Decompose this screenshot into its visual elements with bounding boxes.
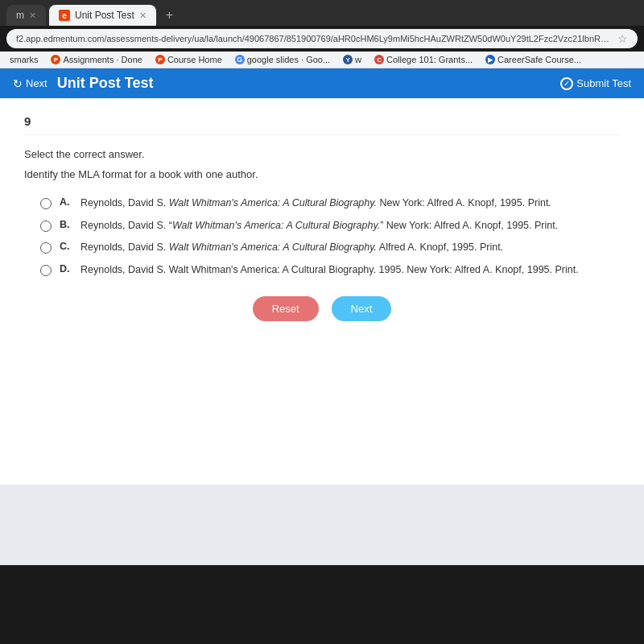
question-number: 9 [24,114,620,135]
submit-test-label: Submit Test [576,77,631,89]
bookmark-word-label: w [355,55,361,64]
bookmark-google-icon: G [235,55,245,64]
bookmark-college-label: College 101: Grants... [386,55,473,64]
bookmark-college[interactable]: C College 101: Grants... [371,54,476,65]
option-d-text: Reynolds, David S. Walt Whitman's Americ… [80,263,579,278]
option-c-label: C. [60,241,72,252]
option-b-label: B. [60,219,72,230]
radio-d[interactable] [40,265,52,276]
bookmark-smarks-label: smarks [10,55,38,64]
header-title: Unit Post Test [57,75,551,92]
option-a-label: A. [60,196,72,208]
bookmark-college-icon: C [374,55,384,64]
question-card: 9 Select the correct answer. Identify th… [0,98,644,485]
option-d-label: D. [60,263,72,275]
tab-inactive-label: m [16,10,24,21]
answer-options: A. Reynolds, David S. Walt Whitman's Ame… [40,196,620,277]
reset-button[interactable]: Reset [253,296,319,321]
tab-favicon-edmentum: e [59,10,70,21]
option-c-text: Reynolds, David S. Walt Whitman's Americ… [80,241,503,255]
bookmark-careersafe-label: CareerSafe Course... [497,55,581,64]
question-instruction: Select the correct answer. [24,148,620,160]
option-a-text: Reynolds, David S. Walt Whitman's Americ… [80,196,551,211]
bookmark-careersafe[interactable]: ▶ CareerSafe Course... [482,54,584,65]
option-b[interactable]: B. Reynolds, David S. “Walt Whitman's Am… [40,219,620,233]
bookmark-coursehome-label: Course Home [167,55,222,64]
action-buttons: Reset Next [24,277,620,341]
tab-active-label: Unit Post Test [75,10,134,21]
radio-a[interactable] [40,198,52,209]
option-b-text: Reynolds, David S. “Walt Whitman's Ameri… [80,219,558,233]
option-d[interactable]: D. Reynolds, David S. Walt Whitman's Ame… [40,263,620,278]
tab-unit-post-test[interactable]: e Unit Post Test ✕ [49,5,156,26]
main-content: 9 Select the correct answer. Identify th… [0,98,644,565]
option-c[interactable]: C. Reynolds, David S. Walt Whitman's Ame… [40,241,620,255]
tab-inactive[interactable]: m ✕ [6,5,46,26]
bookmark-smarks[interactable]: smarks [6,54,41,65]
option-a[interactable]: A. Reynolds, David S. Walt Whitman's Ame… [40,196,620,211]
bookmark-word[interactable]: Y w [340,54,365,65]
bookmark-careersafe-icon: ▶ [485,55,495,64]
header-next-button[interactable]: ↻ Next [13,77,47,90]
bookmark-star-icon[interactable]: ☆ [617,32,628,45]
bookmark-assignments-icon: P [51,55,60,64]
question-text: Identify the MLA format for a book with … [24,168,620,180]
bookmark-google-label: google slides · Goo... [247,55,330,64]
app-header: ↻ Next Unit Post Test ✓ Submit Test [0,68,644,98]
tab-close-active[interactable]: ✕ [139,10,147,21]
bookmarks-bar: smarks P Assignments · Done P Course Hom… [0,52,644,68]
bookmark-word-icon: Y [343,55,353,64]
bookmark-google[interactable]: G google slides · Goo... [232,54,333,65]
new-tab-button[interactable]: + [159,5,180,26]
submit-test-button[interactable]: ✓ Submit Test [560,77,631,90]
submit-test-icon: ✓ [560,77,573,90]
bookmark-assignments[interactable]: P Assignments · Done [47,54,145,65]
header-next-label: Next [26,77,47,89]
bookmark-coursehome-icon: P [155,55,165,64]
next-button[interactable]: Next [332,296,392,321]
address-url: f2.app.edmentum.com/assessments-delivery… [16,34,613,43]
bookmark-assignments-label: Assignments · Done [63,55,142,64]
radio-b[interactable] [40,221,52,232]
header-next-icon: ↻ [13,77,23,90]
address-bar[interactable]: f2.app.edmentum.com/assessments-delivery… [6,29,638,48]
tab-bar: m ✕ e Unit Post Test ✕ + [0,0,644,26]
tab-close-inactive[interactable]: ✕ [29,10,36,21]
radio-c[interactable] [40,242,52,254]
browser-chrome: m ✕ e Unit Post Test ✕ + f2.app.edmentum… [0,0,644,68]
bookmark-coursehome[interactable]: P Course Home [152,54,225,65]
